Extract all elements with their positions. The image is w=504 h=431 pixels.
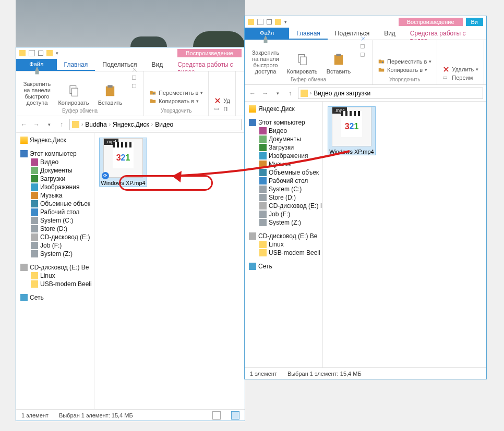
mpc-icon: 321 bbox=[341, 116, 362, 137]
qat-icon[interactable] bbox=[257, 19, 263, 25]
tab-view[interactable]: Вид bbox=[377, 28, 403, 40]
paste-button[interactable]: Вставить bbox=[94, 84, 126, 106]
pin-button[interactable]: Закрепить на панели быстрого доступа bbox=[21, 65, 53, 106]
tab-view[interactable]: Вид bbox=[145, 59, 171, 71]
tree-item[interactable]: USB-modem Beeli bbox=[18, 280, 92, 288]
qat-dropdown-icon[interactable]: ▾ bbox=[284, 19, 287, 24]
copy-path-button[interactable] bbox=[131, 75, 138, 82]
tree-item-label: CD-дисковод (E:) I bbox=[269, 202, 322, 210]
tree-item[interactable]: Job (F:) bbox=[247, 210, 320, 218]
tree-item[interactable]: Сеть bbox=[18, 293, 92, 302]
nav-history-dropdown[interactable]: ▾ bbox=[44, 120, 54, 129]
pc-icon bbox=[20, 150, 28, 157]
qat-icon[interactable] bbox=[29, 50, 35, 56]
tree-item[interactable]: System (Z:) bbox=[247, 218, 320, 227]
qat-icon[interactable] bbox=[275, 19, 281, 25]
breadcrumb-segment[interactable]: Видео bbox=[153, 121, 175, 128]
move-to-button[interactable]: Переместить в▾ bbox=[149, 89, 203, 96]
paste-shortcut-button[interactable] bbox=[359, 52, 367, 59]
tree-item[interactable]: Видео bbox=[18, 158, 92, 166]
copy-to-button[interactable]: Копировать в▾ bbox=[378, 66, 431, 73]
cut-button[interactable] bbox=[131, 66, 138, 73]
tree-item-label: Сеть bbox=[258, 263, 272, 270]
tree-item[interactable]: Linux bbox=[18, 272, 92, 280]
nav-history-dropdown[interactable]: ▾ bbox=[273, 89, 282, 98]
view-icons-button[interactable] bbox=[231, 411, 239, 420]
context-tab-playback[interactable]: Воспроизведение bbox=[399, 18, 463, 26]
tree-item[interactable]: Этот компьютер bbox=[18, 150, 92, 158]
qat-checkbox[interactable] bbox=[267, 19, 272, 24]
nav-back[interactable]: ← bbox=[248, 89, 257, 98]
tree-item[interactable]: Linux bbox=[247, 240, 320, 249]
tree-item[interactable]: Рабочий стол bbox=[18, 208, 92, 216]
titlebar[interactable]: ▾ Воспроизведение bbox=[16, 47, 245, 59]
nav-back[interactable]: ← bbox=[19, 120, 29, 129]
tree-item[interactable]: USB-modem Beeli bbox=[247, 249, 320, 257]
qat-dropdown-icon[interactable]: ▾ bbox=[56, 51, 58, 56]
tree-item[interactable]: CD-дисковод (E:) I bbox=[247, 202, 320, 210]
copy-button[interactable]: Копировать bbox=[286, 53, 318, 75]
group-label-organize: Упорядочить bbox=[149, 108, 203, 114]
rename-button[interactable]: П bbox=[214, 105, 230, 113]
tab-video-tools[interactable]: Средства работы с видео bbox=[403, 28, 486, 40]
nav-up[interactable]: ↑ bbox=[285, 89, 295, 98]
copy-path-button[interactable] bbox=[359, 43, 367, 51]
tree-item[interactable]: CD-дисковод (E:) Be bbox=[18, 263, 92, 272]
copy-button[interactable]: Копировать bbox=[58, 84, 89, 106]
tree-item[interactable]: Яндекс.Диск bbox=[18, 136, 92, 144]
svg-rect-4 bbox=[132, 76, 136, 79]
nav-tree[interactable]: Яндекс.ДискЭтот компьютерВидеоДокументыЗ… bbox=[16, 133, 94, 409]
cut-button[interactable] bbox=[359, 35, 367, 42]
delete-button[interactable]: Удалить▾ bbox=[442, 66, 478, 73]
nav-forward[interactable]: → bbox=[260, 89, 270, 98]
status-count: 1 элемент bbox=[250, 371, 277, 377]
breadcrumb-segment[interactable]: Яндекс.Диск bbox=[111, 121, 151, 128]
status-bar: 1 элемент Выбран 1 элемент: 15,4 МБ bbox=[245, 367, 486, 379]
tree-item-label: Яндекс.Диск bbox=[258, 105, 295, 113]
breadcrumb-segment[interactable]: Buddha bbox=[83, 121, 109, 128]
context-tab-playback[interactable]: Воспроизведение bbox=[177, 49, 242, 57]
tree-item[interactable]: Объемные объек bbox=[18, 200, 92, 208]
cd-icon bbox=[249, 232, 256, 240]
tree-item-label: Job (F:) bbox=[40, 242, 62, 249]
tree-item[interactable]: CD-дисковод (E:) bbox=[18, 233, 92, 241]
rename-button[interactable]: Переим bbox=[442, 74, 478, 81]
group-label-clipboard: Буфер обмена bbox=[62, 108, 98, 114]
nav-forward[interactable]: → bbox=[32, 120, 41, 129]
delete-button[interactable]: Уд bbox=[214, 97, 230, 104]
tab-video-tools[interactable]: Средства работы с видео bbox=[170, 59, 245, 71]
tree-item[interactable]: Яндекс.Диск bbox=[247, 105, 320, 113]
view-details-button[interactable] bbox=[212, 411, 221, 420]
tree-item-label: Этот компьютер bbox=[30, 150, 77, 157]
copy-to-button[interactable]: Копировать в▾ bbox=[149, 97, 203, 105]
tree-item[interactable]: Этот компьютер bbox=[247, 118, 320, 127]
svg-rect-13 bbox=[443, 77, 447, 79]
annotation-arrow bbox=[157, 136, 365, 198]
tree-item[interactable]: Музыка bbox=[18, 191, 92, 200]
tree-item[interactable]: Видео bbox=[247, 127, 320, 135]
qat-checkbox[interactable] bbox=[38, 51, 43, 56]
dl-icon bbox=[31, 175, 38, 182]
drv-icon bbox=[31, 217, 38, 224]
desk-icon bbox=[31, 208, 38, 216]
tree-item[interactable]: CD-дисковод (E:) Be bbox=[247, 232, 320, 240]
move-to-button[interactable]: Переместить в▾ bbox=[378, 58, 431, 65]
tree-item[interactable]: Сеть bbox=[247, 262, 320, 270]
paste-shortcut-button[interactable] bbox=[131, 83, 138, 90]
breadcrumb-bar[interactable]: › Видео для загрузки bbox=[298, 88, 483, 99]
tree-item[interactable]: Документы bbox=[18, 166, 92, 175]
tree-item[interactable]: Загрузки bbox=[18, 175, 92, 183]
breadcrumb-bar[interactable]: › Buddha › Яндекс.Диск › Видео bbox=[69, 119, 242, 130]
tree-item-label: CD-дисковод (E:) Be bbox=[258, 232, 317, 240]
tree-item[interactable]: System (C:) bbox=[18, 216, 92, 225]
tree-item[interactable]: Store (D:) bbox=[18, 225, 92, 233]
qat-icon[interactable] bbox=[46, 50, 53, 56]
breadcrumb-segment[interactable]: Видео для загрузки bbox=[311, 90, 373, 97]
tree-item[interactable]: System (Z:) bbox=[18, 250, 92, 258]
nav-up[interactable]: ↑ bbox=[57, 120, 66, 129]
pin-button[interactable]: Закрепить на панели быстрого доступа bbox=[250, 34, 281, 75]
titlebar[interactable]: ▾ Воспроизведение Ви bbox=[245, 16, 486, 28]
tree-item[interactable]: Изображения bbox=[18, 183, 92, 191]
tree-item[interactable]: Job (F:) bbox=[18, 241, 92, 250]
paste-button[interactable]: Вставить bbox=[323, 53, 354, 75]
